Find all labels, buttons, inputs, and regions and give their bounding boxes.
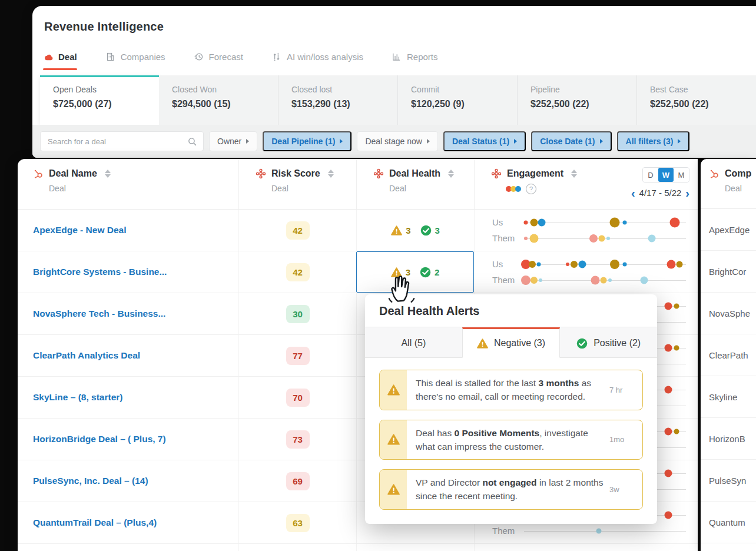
alert-timestamp: 1mo: [609, 420, 642, 460]
engagement-cell: UsThem: [474, 251, 698, 293]
deal-name-link[interactable]: BrightCore Systems - Busine...: [33, 267, 167, 277]
summary-card-commit[interactable]: Commit$120,250 (9): [397, 75, 517, 125]
period-toggle: DWM: [642, 167, 689, 182]
deal-name-link[interactable]: SkyLine – (8, starter): [33, 392, 122, 403]
popup-tab-negative-3-[interactable]: Negative (3): [462, 327, 561, 358]
summary-card-label: Closed lost: [291, 85, 397, 94]
next-date-icon[interactable]: ›: [685, 189, 689, 197]
period-m-button[interactable]: M: [674, 168, 689, 182]
search-input[interactable]: [41, 132, 183, 151]
negative-alert-count: 3: [406, 225, 410, 235]
company-cell: BrightCor: [701, 251, 756, 293]
deal-name-link[interactable]: QuantumTrail Deal – (Plus,4): [33, 517, 157, 528]
column-title: Deal Health: [389, 168, 440, 179]
summary-card-best-case[interactable]: Best Case$252,500 (22): [636, 75, 756, 125]
summary-card-open-deals[interactable]: Open Deals$725,000 (27): [40, 75, 159, 125]
company-cell: Skyline: [701, 376, 756, 418]
engagement-timeline: Them: [492, 231, 698, 246]
alert-card[interactable]: Deal has 0 Positive Moments, investigate…: [379, 420, 643, 460]
column-header-engagement: Engagement ? DWM ‹ 4/17 - 5/22 ›: [474, 159, 698, 209]
filter-chip-deal-pipeline-1-[interactable]: Deal Pipeline (1): [263, 131, 352, 151]
filter-chip-label: Deal Pipeline (1): [271, 137, 335, 146]
sort-control[interactable]: [328, 170, 334, 178]
deal-name-link[interactable]: ClearPath Analytics Deal: [33, 350, 140, 361]
positive-alert-count: 3: [435, 225, 440, 235]
deal-health-cell[interactable]: 33: [356, 210, 474, 251]
summary-card-label: Closed Won: [172, 85, 278, 94]
deal-name-link[interactable]: PulseSync, Inc. Deal – (14): [33, 476, 148, 486]
summary-card-pipeline[interactable]: Pipeline$252,500 (22): [517, 75, 636, 125]
popup-tab-label: Positive (2): [593, 338, 641, 348]
help-icon[interactable]: ?: [526, 184, 536, 194]
engagement-dot: [664, 344, 672, 351]
nav-tab-ai-win-loss-analysis[interactable]: AI win/loss analysis: [271, 52, 363, 70]
summary-card-value: $294,500 (15): [172, 99, 278, 109]
risk-score-badge: 42: [286, 221, 310, 240]
column-subtitle: Deal: [725, 184, 756, 193]
alert-card[interactable]: VP and Director not engaged in last 2 mo…: [379, 469, 643, 510]
sort-control[interactable]: [571, 170, 577, 178]
nav-tab-label: Reports: [407, 52, 438, 62]
popup-tabs: All (5)Negative (3)Positive (2): [365, 327, 657, 358]
engagement-track: [524, 273, 686, 288]
table-header: Deal Name Deal Risk Score Deal Deal Heal…: [18, 159, 698, 210]
deal-name-link[interactable]: NovaSphere Tech - Business...: [33, 308, 165, 319]
engagement-timeline: Us: [492, 215, 698, 230]
forecast-icon: [194, 52, 204, 62]
company-column-panel: Comp Deal ApexEdgeBrightCorNovaSpheClear…: [701, 159, 756, 551]
engagement-dot: [669, 217, 679, 227]
positive-check-icon: [420, 267, 431, 278]
summary-card-label: Best Case: [650, 85, 756, 94]
deal-health-cell[interactable]: 32: [356, 251, 474, 293]
filter-chip-deal-stage-now[interactable]: Deal stage now: [357, 131, 438, 151]
engagement-track: [524, 215, 686, 230]
summary-card-value: $153,290 (13): [291, 99, 397, 109]
deal-health-cell[interactable]: [356, 544, 474, 551]
nav-tab-companies[interactable]: Companies: [105, 52, 165, 70]
filter-chip-label: Owner: [217, 137, 241, 146]
alert-message: This deal is stalled for the last 3 mont…: [407, 370, 609, 410]
nav-tab-reports[interactable]: Reports: [392, 52, 438, 70]
nav-tab-forecast[interactable]: Forecast: [194, 52, 243, 70]
company-cell: PulseSyn: [701, 460, 756, 502]
chevron-right-icon: [340, 139, 343, 144]
engagement-timeline: Us: [492, 257, 698, 272]
engagement-cell: UsThem: [474, 210, 698, 251]
filter-chip-all-filters-3-[interactable]: All filters (3): [617, 131, 690, 151]
engagement-legend-dots: [507, 186, 521, 192]
summary-card-closed-won[interactable]: Closed Won$294,500 (15): [159, 75, 278, 125]
engagement-dot: [566, 263, 569, 266]
deal-search[interactable]: [40, 131, 204, 151]
nav-tab-deal[interactable]: Deal: [43, 52, 77, 70]
prev-date-icon[interactable]: ‹: [631, 189, 635, 197]
engagement-controls: DWM ‹ 4/17 - 5/22 ›: [631, 167, 689, 198]
sort-control[interactable]: [448, 170, 454, 178]
summary-card-closed-lost[interactable]: Closed lost$153,290 (13): [278, 75, 397, 125]
engagement-dot: [539, 278, 542, 282]
nav-tab-label: Deal: [58, 52, 77, 62]
filter-chip-deal-status-1-[interactable]: Deal Status (1): [443, 131, 526, 151]
deal-name-cell: SkyLine – (8, starter): [18, 377, 238, 418]
chevron-right-icon: [514, 139, 517, 144]
alert-card[interactable]: This deal is stalled for the last 3 mont…: [379, 370, 643, 410]
sort-control[interactable]: [105, 170, 111, 178]
popup-tab-all-5-[interactable]: All (5): [365, 327, 462, 358]
popup-alerts-list: This deal is stalled for the last 3 mont…: [365, 358, 657, 524]
date-range-label: 4/17 - 5/22: [639, 188, 682, 198]
popup-title: Deal Health Alerts: [365, 294, 657, 327]
engagement-dot: [664, 427, 672, 435]
engagement-dot: [530, 218, 538, 226]
warning-icon: [391, 225, 402, 236]
period-w-button[interactable]: W: [658, 168, 674, 182]
warning-icon: [387, 433, 400, 446]
filter-chip-close-date-1-[interactable]: Close Date (1): [531, 131, 611, 151]
risk-score-badge: 70: [286, 389, 310, 407]
deal-name-link[interactable]: HorizonBridge Deal – ( Plus, 7): [33, 434, 166, 444]
filter-chip-owner[interactable]: Owner: [209, 131, 257, 151]
deal-name-cell: NovaSphere Tech - Business...: [18, 293, 238, 334]
period-d-button[interactable]: D: [643, 168, 658, 182]
deal-name-link[interactable]: ApexEdge - New Deal: [33, 225, 127, 235]
alert-timestamp: 7 hr: [609, 370, 642, 410]
popup-tab-label: All (5): [401, 338, 426, 348]
popup-tab-positive-2-[interactable]: Positive (2): [560, 327, 657, 358]
